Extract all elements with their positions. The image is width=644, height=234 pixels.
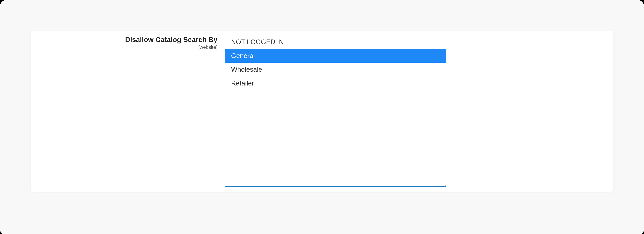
config-card: Disallow Catalog Search By [website] NOT… — [30, 30, 614, 192]
select-option[interactable]: General — [225, 49, 446, 63]
field-label-column: Disallow Catalog Search By [website] — [38, 33, 224, 187]
page-background: Disallow Catalog Search By [website] NOT… — [0, 0, 644, 234]
disallow-catalog-search-by-select[interactable]: NOT LOGGED INGeneralWholesaleRetailer — [224, 33, 446, 187]
select-option[interactable]: NOT LOGGED IN — [225, 35, 446, 49]
select-option[interactable]: Wholesale — [225, 63, 446, 76]
select-option[interactable]: Retailer — [225, 76, 446, 90]
field-scope: [website] — [38, 44, 218, 50]
field-control-column: NOT LOGGED INGeneralWholesaleRetailer — [224, 33, 446, 187]
spacer — [446, 33, 606, 187]
field-label: Disallow Catalog Search By — [38, 35, 218, 44]
